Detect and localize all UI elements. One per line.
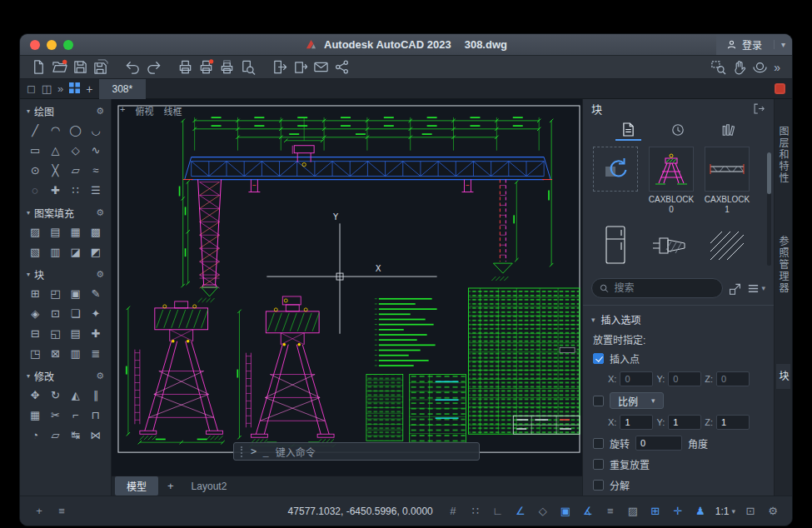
stretch-icon[interactable]: ⊓ [87, 406, 105, 424]
publish-icon[interactable] [290, 57, 311, 77]
section-block[interactable]: ▾ 块 ⚙ [20, 264, 111, 283]
tab-layers-properties[interactable]: 图层和特性 [776, 119, 790, 191]
block-base-point-icon[interactable]: ◱ [46, 324, 64, 342]
command-line[interactable]: > _ 键入命令 [233, 442, 480, 461]
undo-icon[interactable] [122, 57, 143, 77]
mirror-icon[interactable]: ◭ [67, 386, 85, 404]
print-preview-icon[interactable] [237, 57, 258, 77]
scale-dropdown[interactable]: 比例 ▾ [610, 392, 664, 409]
batch-plot-icon[interactable] [217, 57, 237, 77]
grid-icon[interactable]: # [446, 505, 461, 517]
ellipse-icon[interactable]: ◇ [67, 141, 85, 159]
table-icon[interactable]: ☰ [87, 181, 105, 199]
rotation-field[interactable]: 0 [635, 436, 682, 451]
rotate-icon[interactable]: ↻ [46, 386, 64, 404]
solid-fill-right-icon[interactable]: ◪ [67, 242, 85, 261]
print-icon[interactable] [175, 57, 196, 77]
tab-model[interactable]: 模型 [115, 476, 158, 496]
scale-x-field[interactable]: 1 [620, 415, 653, 430]
gear-icon[interactable]: ⚙ [96, 371, 104, 381]
manage-attributes-icon[interactable]: ✦ [87, 304, 105, 322]
repeat-placement-checkbox[interactable] [593, 459, 604, 470]
search-box[interactable] [591, 278, 723, 298]
construction-line-icon[interactable]: ╳ [46, 161, 64, 179]
extend-icon[interactable]: ⌐ [67, 406, 85, 424]
save-all-icon[interactable] [91, 57, 112, 77]
tab-reference-manager[interactable]: 参照管理器 [776, 229, 790, 301]
gear-icon[interactable]: ⚙ [96, 106, 104, 117]
toolbar-overflow-icon[interactable]: » [770, 61, 784, 74]
tab-overflow-icon[interactable]: » [57, 83, 63, 94]
add-layout-icon[interactable]: + [162, 480, 179, 492]
section-modify[interactable]: ▾ 修改 ⚙ [20, 366, 111, 385]
line-icon[interactable]: ╱ [26, 121, 44, 139]
centermark-icon[interactable]: ✚ [46, 181, 64, 199]
move-icon[interactable]: ✥ [26, 386, 44, 404]
view-options-icon[interactable]: ▾ [747, 282, 765, 295]
trim-icon[interactable]: ✂ [46, 406, 64, 424]
start-tab-icon[interactable] [69, 82, 80, 97]
pan-icon[interactable] [729, 57, 750, 77]
panel-autohide-icon[interactable] [753, 102, 765, 115]
circle-icon[interactable]: ◯ [67, 121, 85, 139]
ortho-icon[interactable]: ∟ [491, 505, 506, 517]
gradient-icon[interactable]: ▧ [26, 242, 44, 261]
etransmit-icon[interactable] [311, 57, 331, 77]
create-block-icon[interactable]: ◰ [46, 284, 64, 302]
cad-drawing[interactable]: YX [112, 99, 582, 476]
command-grip[interactable] [241, 446, 244, 457]
multiline-icon[interactable]: ≈ [87, 161, 105, 179]
new-file-icon[interactable] [28, 57, 49, 77]
insertion-y-field[interactable]: 0 [668, 371, 701, 386]
orbit-icon[interactable] [750, 57, 770, 77]
block-item[interactable]: CAXBLOCK0 [647, 147, 695, 215]
annotation-scale-control[interactable]: 1:1 ▾ [715, 506, 735, 517]
viewport-split-icon[interactable]: ◫ [42, 83, 52, 94]
divide-icon[interactable]: ∷ [67, 181, 85, 199]
section-draw[interactable]: ▾ 绘图 ⚙ [20, 101, 111, 120]
hatch-icon[interactable]: ▨ [26, 222, 44, 241]
solid-fill-left-icon[interactable]: ◩ [87, 242, 105, 261]
polar-tracking-icon[interactable]: ∠ [513, 505, 528, 517]
lineweight-icon[interactable]: ≡ [603, 505, 618, 517]
section-hatch[interactable]: ▾ 图案填充 ⚙ [20, 202, 111, 222]
region-icon[interactable]: ▱ [67, 161, 85, 179]
explode-block-icon[interactable]: ⊠ [46, 344, 64, 362]
block-thumbnail-cabinet[interactable] [591, 222, 640, 270]
workspace-icon[interactable]: ♟ [693, 505, 708, 517]
arc-3point-icon[interactable]: ◡ [87, 121, 105, 139]
scale-icon[interactable]: ▱ [46, 426, 64, 444]
add-palette-icon[interactable]: + [32, 505, 47, 517]
fullscreen-button[interactable] [63, 40, 73, 50]
trace-alert-icon[interactable] [775, 83, 785, 94]
replace-block-icon[interactable]: ⊟ [26, 324, 44, 342]
spline-icon[interactable]: ∿ [87, 141, 105, 159]
block-thumbnail-hatch-sample[interactable] [703, 222, 751, 270]
scale-z-field[interactable]: 1 [716, 415, 750, 430]
arc-icon[interactable]: ◠ [46, 121, 64, 139]
settings-gear-icon[interactable]: ⚙ [765, 505, 780, 517]
rectangle-icon[interactable]: ▭ [26, 141, 44, 159]
write-block-icon[interactable]: ⊡ [46, 304, 64, 322]
scale-checkbox[interactable] [593, 396, 604, 406]
tab-layout2[interactable]: Layout2 [183, 478, 236, 495]
snap-mode-icon[interactable]: ∷ [468, 505, 483, 517]
viewport-view-control[interactable]: 俯视 [135, 104, 153, 117]
block-editor-icon[interactable]: ▣ [67, 284, 85, 302]
define-attribute-icon[interactable]: ❏ [67, 304, 85, 322]
minimize-button[interactable] [47, 40, 57, 50]
viewport-maximize-icon[interactable]: ⊡ [743, 505, 758, 517]
insert-block-icon[interactable]: ⊞ [26, 284, 44, 302]
tab-recent-blocks[interactable] [665, 120, 691, 141]
gear-icon[interactable]: ⚙ [96, 269, 104, 280]
insertion-point-checkbox[interactable] [593, 353, 604, 364]
explode-checkbox[interactable] [593, 480, 604, 491]
object-snap-tracking-icon[interactable]: ∡ [580, 505, 595, 517]
open-file-icon[interactable] [49, 57, 70, 77]
viewport-single-icon[interactable]: ◻ [27, 83, 36, 94]
insertion-z-field[interactable]: 0 [716, 371, 750, 386]
add-to-block-icon[interactable]: ✚ [87, 324, 105, 342]
insertion-x-field[interactable]: 0 [620, 371, 653, 386]
join-icon[interactable]: ⋈ [87, 426, 105, 444]
block-library-icon[interactable]: ◈ [26, 304, 44, 322]
